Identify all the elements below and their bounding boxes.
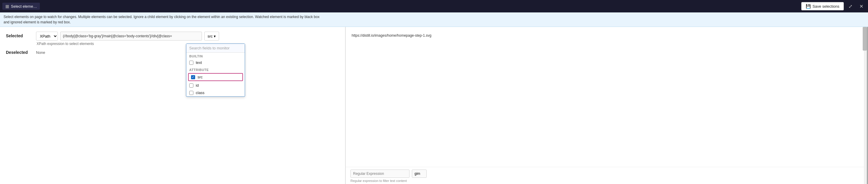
save-selections-button[interactable]: 💾 Save selections [801, 2, 844, 10]
regex-input[interactable] [350, 169, 409, 178]
title-text: Select eleme… [11, 4, 37, 8]
deselected-value: None [36, 50, 45, 55]
selected-row: Selected XPath src ▾ XPath expression to… [6, 32, 339, 46]
floppy-icon: 💾 [806, 4, 811, 8]
text-field-label: text [196, 60, 202, 65]
class-checkbox[interactable] [189, 91, 193, 95]
id-field-item[interactable]: id [186, 82, 245, 89]
resize-button[interactable]: ⤢ [846, 2, 855, 10]
regex-hint: Regular expression to filter text conten… [350, 178, 863, 183]
deselected-row: Deselected None [6, 50, 339, 55]
class-field-label: class [196, 90, 205, 95]
deselected-label: Deselected [6, 50, 32, 55]
regex-row [350, 169, 863, 178]
text-checkbox[interactable] [189, 61, 193, 65]
selected-inputs: XPath src ▾ [36, 32, 339, 41]
info-banner: Select elements on page to watch for cha… [0, 12, 868, 27]
scrollbar-thumb[interactable] [863, 27, 867, 51]
field-monitor-dropdown-button[interactable]: src ▾ [204, 32, 219, 41]
save-label: Save selections [812, 4, 839, 8]
right-bottom-panel: Regular expression to filter text conten… [346, 167, 868, 184]
attribute-section-label: ATTRIBUTE [186, 66, 245, 73]
selected-label: Selected [6, 32, 32, 38]
id-checkbox[interactable] [189, 83, 193, 87]
src-field-item[interactable]: ✓ src [188, 73, 243, 81]
regex-flags-input[interactable] [412, 169, 427, 178]
src-field-label: src [197, 75, 203, 79]
grid-icon: ▦ [5, 4, 9, 8]
field-monitor-label: src [208, 34, 213, 38]
selector-type-select[interactable]: XPath [36, 32, 58, 41]
close-button[interactable]: ✕ [857, 2, 866, 10]
right-content: https://distill.io/images/home/homepage-… [346, 27, 868, 167]
window-title: ▦ Select eleme… [2, 3, 40, 10]
text-field-item[interactable]: text [186, 59, 245, 66]
builtin-section-label: BUILTIN [186, 53, 245, 59]
main-area: Selected XPath src ▾ XPath expression to… [0, 27, 868, 184]
info-line1: Select elements on page to watch for cha… [4, 15, 319, 19]
fields-dropdown-panel: BUILTIN text ATTRIBUTE ✓ src id class [186, 44, 245, 97]
right-panel: https://distill.io/images/home/homepage-… [345, 27, 868, 184]
info-line2: and ignored element is marked by red box… [4, 20, 70, 24]
left-panel: Selected XPath src ▾ XPath expression to… [0, 27, 345, 184]
xpath-input[interactable] [60, 32, 202, 41]
src-checkbox-checked[interactable]: ✓ [191, 75, 195, 79]
id-field-label: id [196, 83, 199, 87]
scrollbar[interactable] [864, 27, 868, 184]
top-bar: ▦ Select eleme… 💾 Save selections ⤢ ✕ [0, 0, 868, 12]
search-fields-input[interactable] [186, 44, 245, 53]
class-field-item[interactable]: class [186, 89, 245, 97]
dropdown-arrow-icon: ▾ [214, 34, 216, 38]
preview-url: https://distill.io/images/home/homepage-… [352, 30, 862, 40]
